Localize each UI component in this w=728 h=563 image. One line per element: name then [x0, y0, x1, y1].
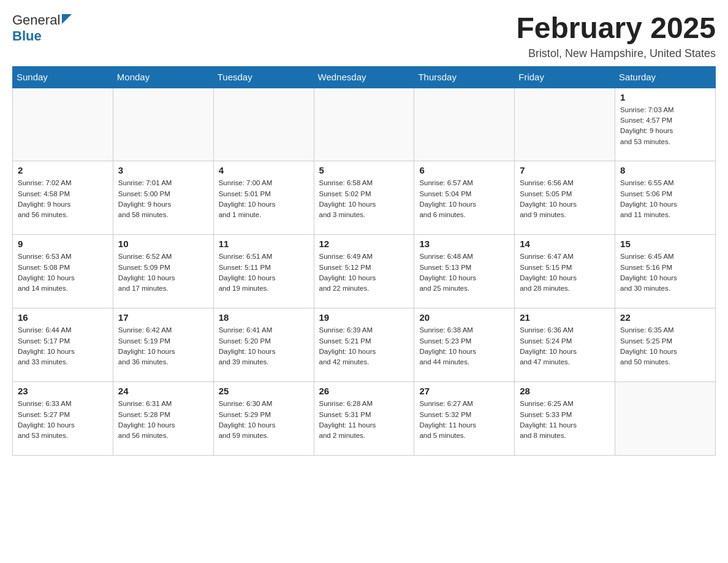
day-number: 13 — [419, 239, 509, 249]
day-info: Sunrise: 6:35 AM Sunset: 5:25 PM Dayligh… — [620, 325, 710, 367]
day-info: Sunrise: 6:44 AM Sunset: 5:17 PM Dayligh… — [18, 325, 108, 367]
day-number: 24 — [118, 386, 208, 396]
day-info: Sunrise: 7:02 AM Sunset: 4:58 PM Dayligh… — [18, 178, 108, 220]
calendar-day-cell: 20Sunrise: 6:38 AM Sunset: 5:23 PM Dayli… — [414, 308, 515, 382]
calendar-day-cell — [13, 88, 113, 161]
calendar-week-row: 23Sunrise: 6:33 AM Sunset: 5:27 PM Dayli… — [13, 382, 716, 456]
calendar-week-row: 16Sunrise: 6:44 AM Sunset: 5:17 PM Dayli… — [13, 308, 716, 382]
day-number: 2 — [18, 165, 108, 175]
calendar-day-cell: 13Sunrise: 6:48 AM Sunset: 5:13 PM Dayli… — [414, 235, 515, 308]
calendar-header-tuesday: Tuesday — [213, 66, 314, 88]
calendar-day-cell: 7Sunrise: 6:56 AM Sunset: 5:05 PM Daylig… — [515, 161, 615, 235]
day-number: 14 — [520, 239, 610, 249]
calendar-day-cell: 25Sunrise: 6:30 AM Sunset: 5:29 PM Dayli… — [213, 382, 314, 456]
day-info: Sunrise: 6:47 AM Sunset: 5:15 PM Dayligh… — [520, 251, 610, 294]
calendar-day-cell: 22Sunrise: 6:35 AM Sunset: 5:25 PM Dayli… — [615, 308, 716, 382]
calendar-day-cell: 11Sunrise: 6:51 AM Sunset: 5:11 PM Dayli… — [213, 235, 314, 308]
calendar-day-cell — [615, 382, 716, 456]
calendar-table: SundayMondayTuesdayWednesdayThursdayFrid… — [12, 66, 716, 456]
day-info: Sunrise: 6:49 AM Sunset: 5:12 PM Dayligh… — [319, 251, 409, 294]
day-number: 10 — [118, 239, 208, 249]
calendar-day-cell: 23Sunrise: 6:33 AM Sunset: 5:27 PM Dayli… — [13, 382, 113, 456]
calendar-day-cell — [414, 88, 515, 161]
day-number: 17 — [118, 312, 208, 323]
day-info: Sunrise: 6:39 AM Sunset: 5:21 PM Dayligh… — [319, 325, 409, 367]
svg-marker-0 — [62, 14, 72, 24]
day-number: 20 — [419, 312, 509, 323]
day-info: Sunrise: 6:30 AM Sunset: 5:29 PM Dayligh… — [219, 399, 309, 441]
day-info: Sunrise: 6:33 AM Sunset: 5:27 PM Dayligh… — [18, 399, 108, 441]
day-info: Sunrise: 6:56 AM Sunset: 5:05 PM Dayligh… — [520, 178, 610, 220]
day-info: Sunrise: 6:55 AM Sunset: 5:06 PM Dayligh… — [620, 178, 710, 220]
calendar-header-thursday: Thursday — [414, 66, 515, 88]
calendar-header-friday: Friday — [515, 66, 615, 88]
day-info: Sunrise: 7:01 AM Sunset: 5:00 PM Dayligh… — [118, 178, 208, 220]
day-number: 18 — [219, 312, 309, 323]
logo-arrow-icon — [62, 14, 72, 26]
calendar-day-cell: 4Sunrise: 7:00 AM Sunset: 5:01 PM Daylig… — [213, 161, 314, 235]
calendar-day-cell: 17Sunrise: 6:42 AM Sunset: 5:19 PM Dayli… — [113, 308, 213, 382]
calendar-week-row: 9Sunrise: 6:53 AM Sunset: 5:08 PM Daylig… — [13, 235, 716, 308]
day-number: 28 — [520, 386, 610, 396]
calendar-day-cell — [515, 88, 615, 161]
day-info: Sunrise: 6:41 AM Sunset: 5:20 PM Dayligh… — [219, 325, 309, 367]
calendar-day-cell: 15Sunrise: 6:45 AM Sunset: 5:16 PM Dayli… — [615, 235, 716, 308]
logo-general-text: General — [12, 12, 60, 28]
day-info: Sunrise: 6:53 AM Sunset: 5:08 PM Dayligh… — [18, 251, 108, 294]
page-header: General Blue February 2025 Bristol, New … — [12, 12, 716, 60]
day-number: 21 — [520, 312, 610, 323]
calendar-header-row: SundayMondayTuesdayWednesdayThursdayFrid… — [13, 66, 716, 88]
day-info: Sunrise: 6:57 AM Sunset: 5:04 PM Dayligh… — [419, 178, 509, 220]
day-number: 23 — [18, 386, 108, 396]
calendar-day-cell: 19Sunrise: 6:39 AM Sunset: 5:21 PM Dayli… — [314, 308, 414, 382]
day-number: 5 — [319, 165, 409, 175]
day-info: Sunrise: 6:28 AM Sunset: 5:31 PM Dayligh… — [319, 399, 409, 441]
calendar-header-monday: Monday — [113, 66, 213, 88]
day-info: Sunrise: 6:42 AM Sunset: 5:19 PM Dayligh… — [118, 325, 208, 367]
day-number: 3 — [118, 165, 208, 175]
calendar-week-row: 2Sunrise: 7:02 AM Sunset: 4:58 PM Daylig… — [13, 161, 716, 235]
day-number: 15 — [620, 239, 710, 249]
day-info: Sunrise: 6:48 AM Sunset: 5:13 PM Dayligh… — [419, 251, 509, 294]
day-info: Sunrise: 6:45 AM Sunset: 5:16 PM Dayligh… — [620, 251, 710, 294]
day-info: Sunrise: 6:51 AM Sunset: 5:11 PM Dayligh… — [219, 251, 309, 294]
calendar-day-cell — [213, 88, 314, 161]
calendar-day-cell: 8Sunrise: 6:55 AM Sunset: 5:06 PM Daylig… — [615, 161, 716, 235]
calendar-day-cell: 28Sunrise: 6:25 AM Sunset: 5:33 PM Dayli… — [515, 382, 615, 456]
calendar-day-cell: 21Sunrise: 6:36 AM Sunset: 5:24 PM Dayli… — [515, 308, 615, 382]
month-title: February 2025 — [516, 12, 716, 45]
day-info: Sunrise: 6:36 AM Sunset: 5:24 PM Dayligh… — [520, 325, 610, 367]
calendar-header-saturday: Saturday — [615, 66, 716, 88]
day-info: Sunrise: 7:03 AM Sunset: 4:57 PM Dayligh… — [620, 105, 710, 147]
calendar-day-cell: 16Sunrise: 6:44 AM Sunset: 5:17 PM Dayli… — [13, 308, 113, 382]
day-number: 16 — [18, 312, 108, 323]
day-number: 22 — [620, 312, 710, 323]
calendar-day-cell: 18Sunrise: 6:41 AM Sunset: 5:20 PM Dayli… — [213, 308, 314, 382]
calendar-day-cell: 27Sunrise: 6:27 AM Sunset: 5:32 PM Dayli… — [414, 382, 515, 456]
calendar-day-cell: 12Sunrise: 6:49 AM Sunset: 5:12 PM Dayli… — [314, 235, 414, 308]
calendar-week-row: 1Sunrise: 7:03 AM Sunset: 4:57 PM Daylig… — [13, 88, 716, 161]
calendar-day-cell: 3Sunrise: 7:01 AM Sunset: 5:00 PM Daylig… — [113, 161, 213, 235]
day-number: 25 — [219, 386, 309, 396]
calendar-day-cell: 9Sunrise: 6:53 AM Sunset: 5:08 PM Daylig… — [13, 235, 113, 308]
day-number: 8 — [620, 165, 710, 175]
calendar-day-cell: 10Sunrise: 6:52 AM Sunset: 5:09 PM Dayli… — [113, 235, 213, 308]
calendar-day-cell: 1Sunrise: 7:03 AM Sunset: 4:57 PM Daylig… — [615, 88, 716, 161]
day-info: Sunrise: 6:31 AM Sunset: 5:28 PM Dayligh… — [118, 399, 208, 441]
day-number: 12 — [319, 239, 409, 249]
location-subtitle: Bristol, New Hampshire, United States — [516, 47, 716, 60]
title-block: February 2025 Bristol, New Hampshire, Un… — [516, 12, 716, 60]
day-number: 4 — [219, 165, 309, 175]
day-number: 27 — [419, 386, 509, 396]
day-info: Sunrise: 6:27 AM Sunset: 5:32 PM Dayligh… — [419, 399, 509, 441]
day-info: Sunrise: 7:00 AM Sunset: 5:01 PM Dayligh… — [219, 178, 309, 220]
calendar-day-cell: 5Sunrise: 6:58 AM Sunset: 5:02 PM Daylig… — [314, 161, 414, 235]
calendar-day-cell — [113, 88, 213, 161]
day-number: 7 — [520, 165, 610, 175]
day-info: Sunrise: 6:52 AM Sunset: 5:09 PM Dayligh… — [118, 251, 208, 294]
calendar-header-sunday: Sunday — [13, 66, 113, 88]
day-number: 11 — [219, 239, 309, 249]
calendar-day-cell: 26Sunrise: 6:28 AM Sunset: 5:31 PM Dayli… — [314, 382, 414, 456]
logo-blue-text: Blue — [12, 28, 42, 44]
calendar-day-cell: 24Sunrise: 6:31 AM Sunset: 5:28 PM Dayli… — [113, 382, 213, 456]
